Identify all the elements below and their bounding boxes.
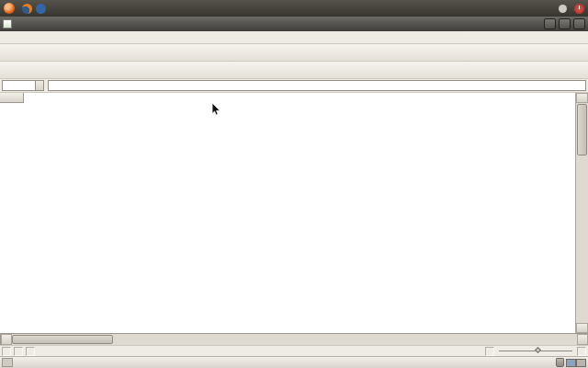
workspace-1[interactable] bbox=[566, 359, 576, 367]
power-button[interactable] bbox=[574, 4, 584, 14]
zoom-slider-track[interactable] bbox=[499, 351, 572, 351]
window-titlebar[interactable] bbox=[0, 17, 588, 31]
name-box[interactable] bbox=[2, 80, 44, 91]
status-spacer bbox=[38, 347, 482, 356]
screen bbox=[0, 0, 588, 368]
workspace-2[interactable] bbox=[576, 359, 586, 367]
maximize-button[interactable] bbox=[559, 18, 571, 29]
ubuntu-logo-icon[interactable] bbox=[4, 3, 15, 14]
calc-window-icon bbox=[3, 19, 12, 29]
chevron-down-icon[interactable] bbox=[35, 81, 43, 90]
sheet-position-indicator bbox=[2, 347, 11, 356]
spreadsheet-area bbox=[0, 93, 588, 333]
show-desktop-button[interactable] bbox=[2, 358, 13, 367]
sum-indicator[interactable] bbox=[485, 347, 494, 356]
horizontal-scroll-track[interactable] bbox=[12, 334, 577, 345]
select-all-corner[interactable] bbox=[0, 93, 24, 103]
minimize-button[interactable] bbox=[544, 18, 556, 29]
toolbar-main bbox=[0, 44, 588, 62]
help-launcher-icon[interactable] bbox=[36, 4, 46, 14]
scroll-left-icon[interactable] bbox=[1, 334, 12, 345]
scroll-right-icon[interactable] bbox=[577, 334, 588, 345]
zoom-slider-thumb[interactable] bbox=[535, 347, 541, 353]
zoom-slider[interactable] bbox=[497, 351, 574, 351]
gnome-panel bbox=[0, 0, 588, 17]
toolbar-format bbox=[0, 62, 588, 79]
sheet-tab-strip bbox=[0, 333, 588, 345]
column-header-row bbox=[0, 93, 575, 103]
workspace-switcher[interactable] bbox=[566, 359, 586, 367]
taskbar bbox=[0, 356, 588, 368]
panel-status-area bbox=[540, 4, 584, 14]
vertical-scrollbar[interactable] bbox=[575, 93, 588, 333]
insert-mode-indicator[interactable] bbox=[26, 347, 35, 356]
menubar bbox=[0, 31, 588, 44]
zoom-level[interactable] bbox=[577, 347, 586, 356]
vertical-scroll-track[interactable] bbox=[576, 103, 588, 323]
horizontal-scrollbar[interactable] bbox=[0, 334, 588, 345]
user-avatar-icon bbox=[559, 5, 567, 13]
formula-bar bbox=[0, 79, 588, 93]
vertical-scroll-thumb[interactable] bbox=[577, 104, 587, 155]
firefox-launcher-icon[interactable] bbox=[22, 4, 32, 14]
mouse-cursor bbox=[211, 103, 220, 116]
scroll-down-icon[interactable] bbox=[576, 323, 588, 333]
user-switcher[interactable] bbox=[559, 5, 570, 13]
close-button[interactable] bbox=[573, 18, 585, 29]
grid bbox=[0, 93, 575, 333]
formula-input[interactable] bbox=[48, 80, 586, 91]
trash-icon[interactable] bbox=[556, 358, 564, 367]
page-style-indicator[interactable] bbox=[14, 347, 23, 356]
status-bar bbox=[0, 345, 588, 356]
horizontal-scroll-thumb[interactable] bbox=[12, 335, 113, 344]
scroll-up-icon[interactable] bbox=[576, 93, 588, 103]
